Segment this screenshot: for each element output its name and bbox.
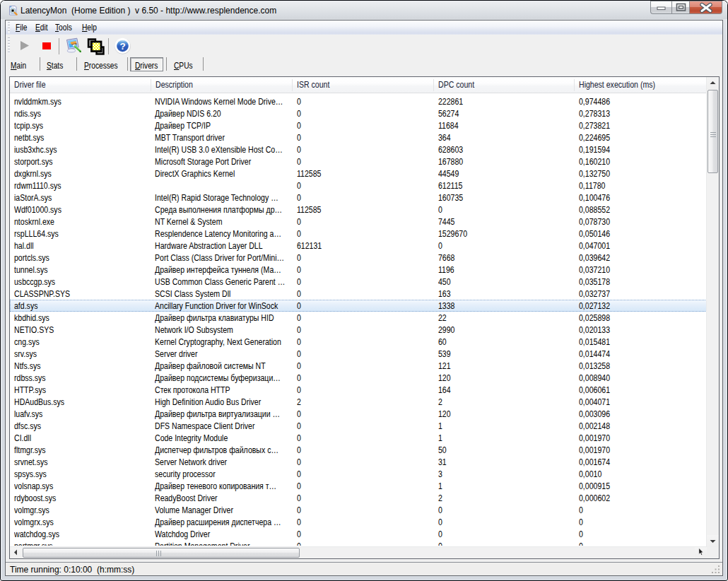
svg-text:?: ? <box>119 41 125 52</box>
